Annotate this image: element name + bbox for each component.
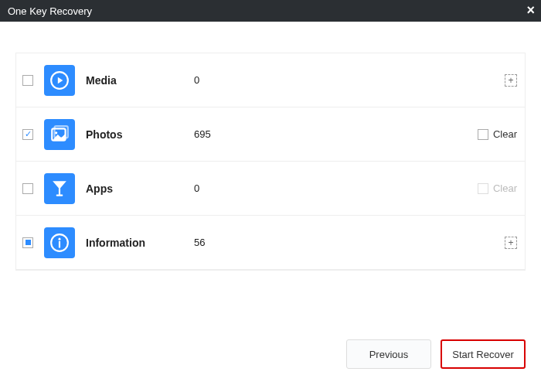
category-panel: Media 0 + Photos 695 Clear Apps [15, 53, 526, 271]
clear-apps-wrap: Clear [478, 182, 517, 194]
count-media: 0 [194, 74, 199, 86]
label-information: Information [86, 237, 194, 249]
row-media: Media 0 + [16, 53, 525, 107]
expand-media[interactable]: + [505, 74, 517, 87]
row-photos: Photos 695 Clear [16, 107, 525, 162]
count-photos: 695 [194, 128, 211, 140]
clear-photos-checkbox[interactable] [478, 129, 488, 140]
expand-information[interactable]: + [505, 237, 517, 249]
clear-photos-label: Clear [493, 128, 517, 140]
label-media: Media [86, 74, 194, 87]
row-information: Information 56 + [16, 216, 525, 270]
count-apps: 0 [194, 182, 199, 194]
checkbox-apps[interactable] [22, 183, 33, 194]
footer-buttons: Previous Start Recover [346, 339, 526, 369]
titlebar: One Key Recovery × [0, 0, 541, 22]
window-title: One Key Recovery [8, 5, 92, 17]
close-icon[interactable]: × [526, 2, 535, 19]
apps-icon [44, 173, 75, 204]
row-apps: Apps 0 Clear [16, 162, 525, 216]
info-icon [44, 227, 75, 258]
checkbox-photos[interactable] [22, 129, 33, 140]
clear-photos-wrap: Clear [478, 128, 517, 140]
clear-apps-checkbox [478, 183, 488, 194]
content-area: Media 0 + Photos 695 Clear Apps [0, 22, 541, 271]
svg-point-3 [55, 131, 57, 134]
start-recover-button[interactable]: Start Recover [441, 339, 526, 369]
svg-point-5 [58, 237, 60, 240]
checkbox-media[interactable] [22, 75, 33, 86]
clear-apps-label: Clear [493, 182, 517, 194]
play-icon [44, 65, 75, 96]
label-photos: Photos [86, 128, 194, 141]
photos-icon [44, 119, 75, 150]
count-information: 56 [194, 237, 205, 248]
checkbox-information[interactable] [22, 237, 33, 248]
previous-button[interactable]: Previous [346, 339, 431, 369]
label-apps: Apps [86, 182, 194, 195]
svg-rect-6 [59, 240, 60, 247]
